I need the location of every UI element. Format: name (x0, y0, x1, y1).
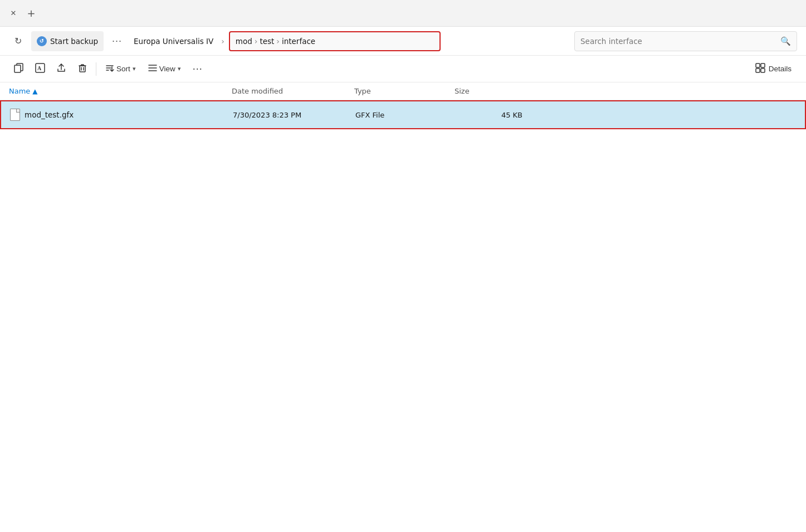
search-bar[interactable]: 🔍 (574, 31, 797, 51)
sort-label: Sort (116, 65, 130, 73)
breadcrumb-sep-2: › (255, 37, 258, 46)
share-icon (56, 63, 66, 75)
svg-rect-6 (761, 64, 765, 67)
details-button[interactable]: Details (750, 59, 797, 79)
tab-close-button[interactable]: ✕ (7, 7, 20, 20)
copy-icon (14, 63, 24, 75)
svg-rect-4 (80, 66, 85, 72)
column-name-label: Name (9, 87, 30, 95)
refresh-button[interactable]: ↻ (9, 32, 27, 50)
breadcrumb-part1-label: mod (236, 37, 252, 46)
rename-button[interactable]: A (30, 59, 50, 79)
column-type-header[interactable]: Type (354, 87, 455, 95)
delete-icon (77, 63, 87, 75)
file-name-cell: mod_test.gfx (10, 109, 233, 121)
file-date-label: 7/30/2023 8:23 PM (233, 111, 301, 119)
toolbar: A (0, 56, 806, 82)
view-icon (148, 64, 157, 74)
sort-chevron-icon: ▾ (133, 65, 136, 72)
breadcrumb-bar: mod › test › interface (229, 31, 441, 51)
backup-icon: ↺ (37, 36, 47, 46)
sort-up-icon: ▲ (32, 87, 37, 95)
start-backup-label: Start backup (50, 37, 98, 46)
column-name-header[interactable]: Name ▲ (9, 87, 232, 95)
column-date-label: Date modified (232, 87, 283, 95)
sort-icon (105, 64, 114, 74)
details-label: Details (769, 65, 792, 73)
column-type-label: Type (354, 87, 371, 95)
column-size-label: Size (455, 87, 470, 95)
breadcrumb-sep-1: › (221, 37, 224, 46)
file-size-cell: 45 KB (456, 111, 522, 119)
details-icon (755, 63, 765, 75)
view-chevron-icon: ▾ (178, 65, 181, 72)
breadcrumb-root-label: Europa Universalis IV (134, 37, 213, 46)
file-size-label: 45 KB (501, 111, 522, 119)
more-toolbar-button[interactable]: ··· (188, 59, 208, 79)
address-bar: ↻ ↺ Start backup ··· Europa Universalis … (0, 27, 806, 56)
table-row[interactable]: mod_test.gfx 7/30/2023 8:23 PM GFX File … (0, 100, 806, 129)
search-input[interactable] (580, 37, 776, 46)
new-tab-button[interactable]: + (25, 7, 38, 20)
svg-rect-7 (756, 69, 760, 72)
more-options-button[interactable]: ··· (108, 32, 126, 50)
file-date-cell: 7/30/2023 8:23 PM (233, 111, 355, 119)
breadcrumb-sep-3: › (276, 37, 280, 46)
more-toolbar-icon: ··· (193, 63, 203, 75)
copy-button[interactable] (9, 59, 29, 79)
start-backup-button[interactable]: ↺ Start backup (31, 31, 104, 51)
share-button[interactable] (51, 59, 71, 79)
file-type-cell: GFX File (355, 111, 456, 119)
delete-button[interactable] (72, 59, 92, 79)
search-icon: 🔍 (780, 36, 791, 46)
rename-icon: A (35, 63, 45, 75)
close-icon: ✕ (11, 9, 17, 17)
svg-rect-8 (761, 69, 765, 72)
view-label: View (159, 65, 175, 73)
view-button[interactable]: View ▾ (143, 59, 187, 79)
toolbar-separator-1 (96, 62, 96, 76)
breadcrumb-part2-label: test (260, 37, 274, 46)
svg-rect-5 (756, 64, 760, 67)
tab-bar: ✕ + (0, 0, 806, 27)
breadcrumb-part3-label: interface (282, 37, 315, 46)
column-headers: Name ▲ Date modified Type Size (0, 82, 806, 100)
file-type-label: GFX File (355, 111, 384, 119)
more-options-icon: ··· (112, 35, 122, 47)
file-area: Name ▲ Date modified Type Size mod_test.… (0, 82, 806, 532)
breadcrumb-root-item[interactable]: Europa Universalis IV (130, 31, 217, 51)
svg-text:A: A (37, 65, 42, 71)
svg-rect-1 (14, 65, 21, 72)
refresh-icon: ↻ (14, 36, 22, 46)
column-date-header[interactable]: Date modified (232, 87, 354, 95)
sort-button[interactable]: Sort ▾ (100, 59, 141, 79)
new-tab-icon: + (27, 7, 35, 19)
file-icon (10, 109, 20, 121)
file-name-label: mod_test.gfx (25, 110, 74, 119)
column-size-header[interactable]: Size (455, 87, 521, 95)
